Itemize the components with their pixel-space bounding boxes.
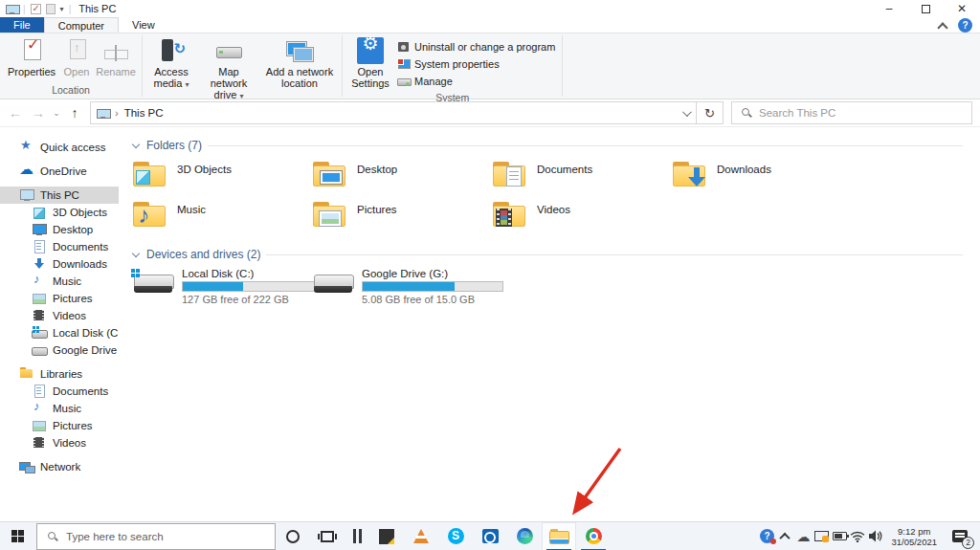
sidebar-item-this-pc[interactable]: This PC: [0, 187, 119, 204]
search-input[interactable]: [759, 107, 963, 119]
system-properties-button[interactable]: System properties: [394, 55, 558, 72]
tab-file[interactable]: File: [0, 17, 44, 33]
map-network-drive-button[interactable]: Map network drive ▾: [196, 35, 261, 104]
document-icon: [32, 240, 47, 253]
help-tray-button[interactable]: [758, 522, 775, 550]
folder-tile-3d-objects[interactable]: 3D Objects: [132, 158, 312, 198]
refresh-button[interactable]: ↻: [697, 101, 724, 124]
folder-tile-music[interactable]: Music: [132, 198, 312, 238]
breadcrumb-this-pc[interactable]: This PC: [124, 107, 164, 119]
sidebar-item-network[interactable]: Network: [0, 458, 119, 475]
open-settings-button[interactable]: Open Settings: [346, 35, 394, 91]
sidebar-item-libraries[interactable]: Libraries: [0, 365, 119, 383]
download-arrow-overlay-icon: [688, 167, 706, 187]
vlc-button[interactable]: [404, 522, 438, 550]
taskbar-search-input[interactable]: [66, 531, 265, 542]
collapse-chevron-icon[interactable]: [132, 251, 141, 259]
chrome-button[interactable]: [576, 522, 611, 550]
title-bar: | ▾ | This PC – ✕: [0, 0, 980, 17]
sidebar-item-local-disk-c[interactable]: Local Disk (C:): [0, 324, 119, 341]
recent-locations-caret-icon[interactable]: ⌄: [50, 101, 63, 124]
task-view-button[interactable]: [310, 522, 345, 550]
sidebar-item-onedrive[interactable]: OneDrive: [0, 163, 119, 180]
help-icon[interactable]: [958, 18, 972, 33]
sidebar-item-quick-access[interactable]: Quick access: [0, 139, 119, 156]
folder-tile-desktop[interactable]: Desktop: [312, 158, 492, 198]
back-button[interactable]: ←: [4, 101, 27, 124]
taskbar-search-box[interactable]: [36, 523, 276, 550]
tab-view[interactable]: View: [119, 17, 168, 33]
cortana-button[interactable]: [276, 522, 310, 550]
film-icon: [32, 309, 47, 322]
outlook-button[interactable]: [473, 522, 507, 550]
wifi-tray-button[interactable]: [849, 522, 866, 550]
folder-tile-downloads[interactable]: Downloads: [672, 158, 852, 198]
close-button[interactable]: ✕: [944, 0, 980, 17]
settings-gear-icon: [357, 37, 384, 64]
explorer-search-box[interactable]: [731, 101, 972, 124]
rename-button[interactable]: Rename: [94, 35, 138, 79]
customize-toolbar-caret-icon[interactable]: ▾: [60, 5, 64, 13]
windows-logo-icon: [131, 269, 141, 278]
this-pc-breadcrumb-icon: [97, 108, 109, 119]
minimize-button[interactable]: –: [871, 0, 907, 17]
edge-button[interactable]: [507, 522, 542, 550]
taskbar-clock[interactable]: 9:12 pm 31/05/2021: [885, 526, 943, 547]
manage-button[interactable]: Manage: [394, 73, 558, 89]
add-network-location-button[interactable]: Add a network location: [261, 35, 338, 91]
properties-quick-icon[interactable]: [31, 4, 41, 14]
new-folder-quick-icon[interactable]: [46, 4, 56, 14]
sidebar-item-lib-music[interactable]: Music: [0, 400, 119, 417]
drives-section-header[interactable]: Devices and drives (2): [132, 246, 980, 263]
sticky-notes-button[interactable]: [369, 522, 404, 550]
sidebar-item-documents[interactable]: Documents: [0, 238, 119, 255]
sidebar-item-google-drive-g[interactable]: Google Drive (G:): [0, 341, 119, 359]
address-bar[interactable]: › This PC: [90, 101, 697, 124]
maximize-button[interactable]: [907, 0, 944, 17]
action-center-button[interactable]: 2: [944, 522, 976, 550]
file-list-area: Folders (7) 3D Objects Desktop Documents…: [119, 127, 980, 521]
access-media-button[interactable]: Access media ▾: [146, 35, 196, 93]
sidebar-item-downloads[interactable]: Downloads: [0, 255, 119, 273]
forward-button[interactable]: →: [27, 101, 50, 124]
pinned-app-button[interactable]: [345, 522, 369, 550]
show-hidden-icons-button[interactable]: [776, 522, 793, 550]
folders-section-header[interactable]: Folders (7): [132, 137, 980, 154]
sidebar-item-lib-documents[interactable]: Documents: [0, 383, 119, 400]
help-icon: [760, 529, 774, 543]
properties-button[interactable]: Properties: [4, 35, 59, 79]
tab-computer[interactable]: Computer: [44, 17, 119, 33]
address-dropdown-caret-icon[interactable]: [675, 102, 696, 123]
cloud-icon: [796, 530, 810, 543]
desktop-screen: | ▾ | This PC – ✕ File Computer View: [0, 0, 980, 550]
drive-tile-google-drive-g[interactable]: Google Drive (G:) 5.08 GB free of 15.0 G…: [312, 267, 492, 305]
sidebar-item-videos[interactable]: Videos: [0, 307, 119, 324]
sidebar-item-music[interactable]: Music: [0, 273, 119, 290]
open-button[interactable]: Open: [59, 35, 94, 79]
sidebar-item-3d-objects[interactable]: 3D Objects: [0, 204, 119, 221]
folder-icon: [672, 160, 708, 188]
up-button[interactable]: ↑: [63, 101, 86, 124]
folder-icon: [492, 200, 528, 229]
download-arrow-icon: [32, 257, 47, 271]
uninstall-program-button[interactable]: Uninstall or change a program: [394, 38, 558, 55]
skype-button[interactable]: [438, 522, 473, 550]
collapse-chevron-icon[interactable]: [132, 142, 141, 150]
drive-tile-local-disk-c[interactable]: Local Disk (C:) 127 GB free of 222 GB: [132, 267, 312, 305]
battery-tray-button[interactable]: [831, 522, 848, 550]
sidebar-item-lib-pictures[interactable]: Pictures: [0, 417, 119, 434]
folder-tile-pictures[interactable]: Pictures: [312, 198, 492, 238]
file-explorer-button[interactable]: [542, 522, 576, 550]
onedrive-tray-button[interactable]: [794, 522, 812, 550]
notification-badge: 2: [962, 537, 974, 549]
folder-tile-documents[interactable]: Documents: [492, 158, 672, 198]
section-rule: [208, 145, 963, 146]
monitor-tray-button[interactable]: [813, 522, 830, 550]
volume-tray-button[interactable]: [867, 522, 884, 550]
folder-tile-videos[interactable]: Videos: [492, 198, 672, 238]
sidebar-item-desktop[interactable]: Desktop: [0, 221, 119, 238]
start-button[interactable]: [0, 522, 34, 550]
minimize-ribbon-icon[interactable]: [937, 20, 948, 32]
sidebar-item-pictures[interactable]: Pictures: [0, 290, 119, 307]
sidebar-item-lib-videos[interactable]: Videos: [0, 434, 119, 451]
